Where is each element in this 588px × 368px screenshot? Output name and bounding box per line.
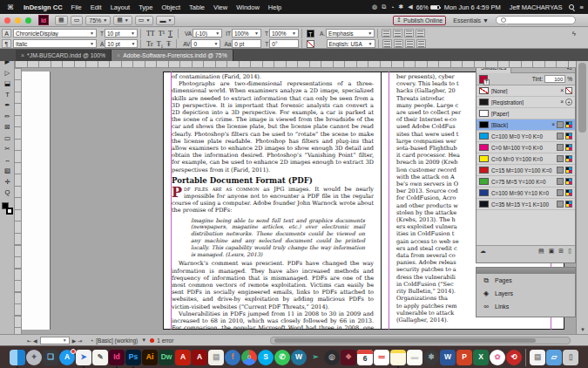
tool-button[interactable]: ⊠ (0, 122, 15, 133)
layers[interactable]: ◈ Layers (476, 287, 575, 300)
screen-mode-dropdown[interactable]: ▭▼ (135, 16, 154, 25)
tool-button[interactable]: ✛ (0, 177, 15, 188)
tool-button[interactable]: ▧ (0, 166, 15, 177)
swatch-row[interactable]: C=0 M=0 Y=100 K=0 × (476, 153, 575, 165)
swatch-row[interactable]: C=0 M=100 Y=0 K=0 × (476, 142, 575, 153)
menu-window[interactable]: Window (232, 3, 264, 11)
character-formatting-icon[interactable]: A (2, 29, 11, 37)
minimize-window-button[interactable] (15, 17, 21, 24)
dock-wordpress[interactable]: W (291, 350, 307, 365)
dock-maps[interactable]: ➤ (76, 350, 91, 365)
tool-button[interactable]: ✏ (0, 112, 15, 123)
dock-documents[interactable]: ▤ (530, 350, 545, 365)
panel-group-grip[interactable] (476, 268, 575, 274)
swatch-row[interactable]: [Paper] × (476, 108, 575, 119)
font-style-select[interactable]: Italic▼ (13, 39, 97, 48)
menu-file[interactable]: File (67, 3, 86, 11)
tool-button[interactable]: ▭ (0, 133, 15, 145)
align-left-button[interactable] (382, 29, 391, 37)
baseline-shift-input[interactable]: 0 pt (232, 39, 261, 48)
next-page-button[interactable]: ▶ (72, 337, 77, 344)
bluetooth-icon[interactable]: ✱ (398, 3, 403, 10)
swatch-row[interactable]: [Registration] × (476, 97, 575, 108)
paragraph-formatting-icon[interactable]: ¶ (2, 39, 11, 48)
dock-excel[interactable]: X (473, 350, 489, 365)
swatch-row[interactable]: C=35 M=15 Y=1 K=100 × (476, 199, 575, 210)
dock-illustrator[interactable]: Ai (142, 350, 158, 365)
dock-textedit[interactable]: ✎ (92, 350, 108, 365)
swatch-row[interactable]: C=100 M=90 Y=10 K=0 × (476, 187, 575, 199)
font-size-input[interactable]: 10 pt▼ (105, 29, 138, 37)
view-options-dropdown[interactable]: ▦▼ (113, 16, 132, 25)
menubar-clock[interactable]: Mon Jun 6 4:59 PM (440, 3, 505, 11)
tool-button[interactable]: ⬓ (0, 78, 15, 90)
search-input[interactable] (496, 16, 576, 24)
publish-online-button[interactable]: ↥ Publish Online (393, 16, 446, 25)
page-number-input[interactable]: ▼ (40, 337, 70, 344)
dock-firefox[interactable]: f (225, 350, 240, 365)
dock-finder[interactable] (10, 350, 25, 365)
dock-facetime[interactable]: ✆ (274, 350, 290, 365)
text-column-1[interactable]: of contamination (Farid, 2014). Photogra… (172, 73, 374, 330)
workspace-switcher[interactable]: Essentials ▼ (453, 17, 489, 24)
cc-libraries-icon[interactable]: ☁ (480, 248, 486, 255)
dock-mission-control[interactable]: ❏ (43, 350, 58, 365)
swatch-row[interactable]: C=15 M=100 Y=100 K=0 × (476, 165, 575, 176)
document-tab[interactable]: Adobe-Software-Forensics.indd @ 75% (112, 50, 233, 61)
tracking-input[interactable]: 0▼ (191, 39, 220, 48)
all-caps-button[interactable]: TT (146, 30, 155, 37)
small-caps-button[interactable]: Tr (146, 40, 152, 48)
horizontal-ruler[interactable] (15, 61, 576, 68)
previous-page-button[interactable]: ◀ (33, 337, 37, 344)
dock-dreamweaver[interactable]: Dw (159, 350, 174, 365)
new-swatch-icon[interactable]: ⊞ (558, 248, 564, 255)
dock-stickies[interactable]: ▬ (407, 350, 422, 365)
cloud-status-icon[interactable]: ◍ (372, 3, 377, 10)
strikethrough-button[interactable]: Ŧ (166, 40, 171, 48)
volume-icon[interactable]: ◀ (408, 3, 412, 10)
swatch-row[interactable]: [None] × (476, 85, 575, 97)
bridge-button[interactable]: ▦ (55, 16, 68, 25)
dock-notes[interactable] (390, 350, 406, 365)
menu-help[interactable]: Help (264, 3, 286, 11)
battery-indicator[interactable]: 66% (416, 4, 440, 10)
dock-settings[interactable]: ✱ (423, 350, 439, 365)
adobe-sensei-icon[interactable]: ϟ (572, 30, 576, 37)
dock-collage-app[interactable]: ❖ (341, 350, 356, 365)
links[interactable]: ∞ Links (476, 300, 575, 313)
dock-chrome[interactable]: ○ (241, 350, 257, 365)
tool-button[interactable]: ✒ (0, 100, 15, 112)
justify-button[interactable] (416, 29, 425, 37)
menu-table[interactable]: Table (185, 3, 209, 11)
menu-layout[interactable]: Layout (106, 3, 135, 11)
dock-photoshop[interactable]: Ps (125, 350, 141, 365)
scroll-down-arrow[interactable]: ▼ (577, 327, 588, 332)
dock-app-store[interactable]: A (59, 350, 75, 365)
justify-center-button[interactable] (394, 39, 403, 48)
scrollbar-thumb[interactable] (578, 63, 586, 133)
subscript-button[interactable]: T₁ (157, 40, 164, 48)
close-window-button[interactable] (4, 17, 10, 24)
vertical-scrollbar[interactable]: ▼ (576, 49, 588, 334)
dock-trash[interactable]: ▯ (563, 350, 578, 365)
document-tab[interactable]: *JM-BUSCARD.indd @ 100% (16, 50, 112, 61)
tool-button[interactable]: ✂ (0, 144, 15, 155)
menubar-user[interactable]: Jeff MACHARYAS (505, 3, 567, 11)
swatch-row[interactable]: [Black] × (476, 119, 575, 131)
pages[interactable]: ⧉ Pages (476, 274, 575, 287)
align-center-button[interactable] (393, 29, 402, 37)
dock-indesign[interactable]: Id (109, 350, 125, 365)
stock-button[interactable]: ▭ (71, 16, 84, 25)
skew-input[interactable]: 0° (269, 39, 299, 48)
arrange-documents-dropdown[interactable]: ▬▼ (156, 16, 175, 25)
margin-guide[interactable] (389, 72, 389, 330)
swatch-row[interactable]: C=100 M=0 Y=0 K=0 × (476, 131, 575, 142)
dock-airmail[interactable]: ➢ (308, 350, 323, 365)
dock-calendar[interactable]: 6 (357, 350, 373, 365)
time-machine-icon[interactable]: ◔ (390, 4, 394, 10)
color-group-icon[interactable]: ▣ (549, 248, 555, 255)
vertical-ruler[interactable] (15, 68, 22, 334)
dock-reminders[interactable]: ≔ (374, 350, 389, 365)
dock-photos[interactable]: ✿ (490, 350, 505, 365)
dock-acrobat-reader[interactable]: A (175, 350, 191, 365)
